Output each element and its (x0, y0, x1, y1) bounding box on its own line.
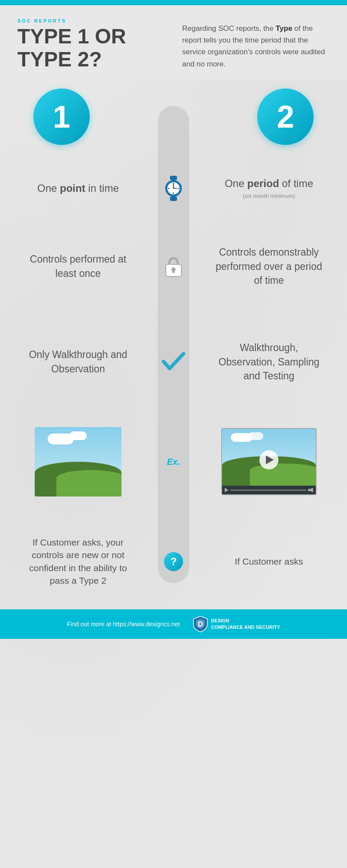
footer-logo: D DESIGN Compliance and Security (193, 615, 280, 633)
type2-example (174, 419, 347, 504)
footer-logo-line1: DESIGN (211, 618, 280, 624)
top-bar (0, 0, 347, 5)
check-icon-slot (162, 352, 185, 372)
footer: Find out more at https://www.designcs.ne… (0, 609, 347, 639)
footer-logo-text: DESIGN Compliance and Security (211, 618, 280, 630)
type1-circle: 1 (33, 89, 90, 145)
type2-time: One period of time (six month minimum) (174, 168, 347, 209)
header-subtitle: SOC Reports (17, 18, 169, 23)
progress-track (230, 490, 306, 491)
header-title: TYPE 1 OR TYPE 2? (17, 25, 169, 71)
type1-image (35, 427, 121, 496)
footer-text: Find out more at https://www.designcs.ne… (67, 621, 180, 628)
type1-number: 1 (53, 99, 70, 135)
lock-icon (162, 254, 185, 279)
type2-period-sub: (six month minimum) (213, 192, 325, 200)
type1-time: One point in time (0, 172, 174, 204)
header-desc-pre: Regarding SOC reports, the (182, 24, 275, 33)
type2-video[interactable] (221, 428, 317, 495)
video-progress-bar (222, 486, 316, 494)
svg-rect-0 (170, 176, 177, 180)
type2-number: 2 (277, 99, 294, 135)
svg-point-5 (168, 187, 170, 189)
ex-label-slot: Ex. (167, 457, 180, 467)
row-bottom: If Customer asks, your controls are new … (0, 514, 347, 609)
svg-rect-9 (170, 197, 177, 201)
ex-label: Ex. (167, 457, 180, 467)
type1-point-pre: One (37, 182, 60, 194)
volume-icon (308, 488, 313, 492)
type2-period-pre: One (225, 178, 247, 189)
question-icon: ? (164, 552, 183, 571)
row-examples: Ex. (0, 410, 347, 514)
type1-point-post: in time (85, 182, 119, 194)
watch-icon (162, 176, 185, 201)
svg-text:D: D (198, 621, 203, 628)
type2-bottom: If Customer asks (174, 546, 347, 576)
number-circles-row: 1 2 (0, 80, 347, 158)
type1-example (0, 418, 174, 505)
header: SOC Reports TYPE 1 OR TYPE 2? Regarding … (0, 5, 347, 80)
type1-bottom: If Customer asks, your controls are new … (0, 527, 174, 596)
cloud2 (69, 431, 87, 440)
type2-period-bold: period (247, 178, 279, 189)
main-content: 1 2 One point in time (0, 80, 347, 609)
question-mark: ? (170, 556, 177, 568)
type2-controls: Controls demonstrably performed over a p… (174, 237, 347, 296)
design-shield-icon: D (193, 615, 208, 633)
type1-methods: Only Walkthrough and Observation (0, 339, 174, 384)
type1-controls: Controls performed at least once (0, 243, 174, 289)
type2-period-text: One period of time (213, 176, 325, 191)
header-description: Regarding SOC reports, the Type of the r… (182, 18, 330, 70)
svg-point-4 (173, 192, 174, 194)
header-title-block: SOC Reports TYPE 1 OR TYPE 2? (17, 18, 169, 71)
hill-light (56, 470, 121, 496)
type1-point-bold: point (60, 182, 85, 194)
video-hill-light (250, 464, 317, 486)
type2-circle: 2 (257, 89, 314, 145)
header-desc-bold: Type (275, 24, 292, 33)
video-cloud2 (248, 432, 263, 440)
watch-icon-slot (162, 176, 185, 201)
video-play-button[interactable] (259, 450, 278, 469)
type2-period-post: of time (279, 178, 313, 189)
type2-methods: Walkthrough, Observation, Sampling and T… (174, 332, 347, 391)
question-icon-slot: ? (164, 552, 183, 571)
row-controls: Controls performed at least once Control… (0, 219, 347, 314)
svg-rect-12 (172, 270, 175, 273)
svg-point-6 (178, 187, 179, 189)
video-play-icon (225, 488, 229, 492)
lock-icon-slot (162, 254, 185, 279)
footer-logo-line2: Compliance and Security (211, 624, 280, 630)
row-methods: Only Walkthrough and Observation Walkthr… (0, 314, 347, 410)
row-time-period: One point in time (0, 158, 347, 219)
check-icon (162, 352, 185, 372)
